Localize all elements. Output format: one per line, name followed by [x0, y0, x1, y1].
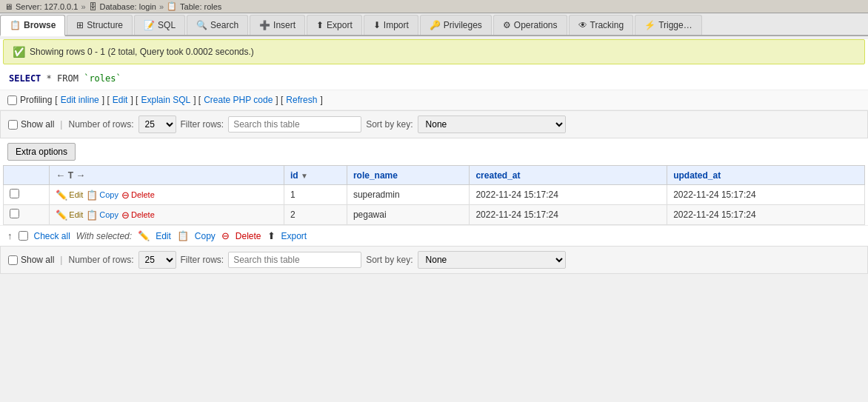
bottom-filter-label: Filter rows: — [181, 255, 224, 265]
success-icon: ✅ — [13, 46, 25, 58]
footer-copy-link[interactable]: Copy — [195, 231, 216, 241]
server-label: Server: 127.0.0.1 — [16, 2, 78, 11]
th-role-name[interactable]: role_name — [347, 166, 470, 185]
table-label: Table: roles — [180, 2, 221, 11]
row1-delete-link[interactable]: Delete — [131, 190, 155, 199]
search-input-top[interactable] — [228, 116, 361, 133]
row1-id: 1 — [284, 185, 347, 205]
tab-export[interactable]: ⬆ Export — [307, 15, 362, 35]
row2-checkbox[interactable] — [10, 209, 19, 218]
row2-id: 2 — [284, 205, 347, 225]
tracking-icon: 👁 — [578, 20, 587, 30]
triggers-icon: ⚡ — [644, 20, 655, 30]
check-all-link[interactable]: Check all — [34, 231, 70, 241]
footer-delete-link[interactable]: Delete — [236, 231, 261, 241]
bottom-show-all-checkbox[interactable] — [8, 255, 18, 265]
profiling-checkbox[interactable] — [7, 96, 17, 105]
sort-select-top[interactable]: None — [418, 115, 566, 133]
row2-edit-link[interactable]: Edit — [69, 210, 83, 219]
operations-icon: ⚙ — [503, 20, 511, 30]
search-input-bottom[interactable] — [228, 252, 361, 268]
row2-actions-cell: ✏️ Edit 📋 Copy ⊖ Delete — [50, 205, 284, 225]
up-arrow-icon: ↑ — [7, 230, 13, 241]
row2-delete-link[interactable]: Delete — [131, 210, 155, 219]
th-updated-at[interactable]: updated_at — [667, 166, 865, 185]
top-toolbar: Show all | Number of rows: 25 50 100 250… — [0, 110, 868, 138]
copy-icon-row1: 📋 — [86, 190, 98, 201]
footer-export-link[interactable]: Export — [281, 231, 307, 241]
t-icon: T — [68, 170, 73, 181]
copy-icon-row2: 📋 — [86, 210, 98, 221]
titlebar: 🖥 Server: 127.0.0.1 » 🗄 Database: login … — [0, 0, 868, 13]
show-all-checkbox[interactable] — [8, 120, 18, 130]
tab-operations[interactable]: ⚙ Operations — [493, 15, 567, 35]
arrow-right-icon[interactable]: → — [76, 170, 85, 181]
tab-sql[interactable]: 📝 SQL — [134, 15, 185, 35]
edit-icon-row2: ✏️ — [56, 210, 67, 221]
footer-row: ↑ Check all With selected: ✏️ Edit 📋 Cop… — [0, 225, 868, 246]
sql-icon: 📝 — [144, 20, 155, 30]
th-actions: ← T → — [50, 166, 284, 185]
sql-keyword: SELECT — [9, 73, 41, 84]
data-table-wrapper: ← T → id ▼ role_name created_at — [0, 165, 868, 225]
export-icon-footer: ⬆ — [267, 230, 276, 241]
filter-rows-label: Filter rows: — [181, 119, 224, 130]
tab-import[interactable]: ⬇ Import — [364, 15, 418, 35]
delete-icon-footer: ⊖ — [221, 230, 230, 241]
show-all-label[interactable]: Show all — [8, 119, 54, 130]
row2-role-name: pegawai — [347, 205, 470, 225]
tab-search[interactable]: 🔍 Search — [187, 15, 248, 35]
tabbar: 📋 Browse ⊞ Structure 📝 SQL 🔍 Search ➕ In… — [0, 13, 868, 36]
success-banner: ✅ Showing rows 0 - 1 (2 total, Query too… — [3, 39, 865, 64]
num-rows-select[interactable]: 25 50 100 250 500 — [138, 115, 176, 133]
edit-link[interactable]: Edit — [113, 95, 128, 105]
delete-icon-row1: ⊖ — [121, 190, 130, 201]
bottom-num-rows-label: Number of rows: — [68, 255, 133, 265]
structure-icon: ⊞ — [76, 20, 84, 30]
export-icon: ⬆ — [316, 20, 324, 30]
create-php-code-link[interactable]: Create PHP code — [204, 95, 273, 105]
tab-structure[interactable]: ⊞ Structure — [67, 15, 133, 35]
row2-updated-at: 2022-11-24 15:17:24 — [667, 205, 865, 225]
sql-rest: * FROM — [41, 73, 84, 84]
row1-created-at: 2022-11-24 15:17:24 — [470, 185, 667, 205]
db-icon: 🗄 — [89, 2, 97, 11]
sort-select-bottom[interactable]: None — [418, 251, 566, 269]
arrow-left-icon[interactable]: ← — [56, 170, 65, 181]
check-all-checkbox[interactable] — [19, 231, 28, 241]
table-icon: 📋 — [167, 1, 177, 11]
sort-icon-id: ▼ — [301, 172, 308, 180]
footer-actions: ✏️ Edit 📋 Copy ⊖ Delete ⬆ Export — [138, 230, 307, 241]
with-selected-label: With selected: — [76, 231, 132, 241]
bottom-show-all-label[interactable]: Show all — [8, 255, 54, 265]
footer-edit-link[interactable]: Edit — [156, 231, 171, 241]
explain-sql-link[interactable]: Explain SQL — [141, 95, 190, 105]
th-id[interactable]: id ▼ — [284, 166, 347, 185]
bottom-num-rows-select[interactable]: 25 50 100 250 500 — [138, 251, 176, 269]
table-row: ✏️ Edit 📋 Copy ⊖ Delete 1 superadmin 202… — [4, 185, 865, 205]
edit-icon-row1: ✏️ — [56, 190, 67, 201]
refresh-link[interactable]: Refresh — [286, 95, 317, 105]
sql-display: SELECT * FROM `roles` — [0, 67, 868, 90]
row1-actions-cell: ✏️ Edit 📋 Copy ⊖ Delete — [50, 185, 284, 205]
tab-tracking[interactable]: 👁 Tracking — [569, 15, 634, 35]
row1-copy-link[interactable]: Copy — [99, 190, 118, 199]
tab-triggers[interactable]: ⚡ Trigge… — [635, 15, 702, 35]
extra-options-button[interactable]: Extra options — [7, 143, 76, 161]
edit-inline-link[interactable]: Edit inline — [61, 95, 99, 105]
data-table: ← T → id ▼ role_name created_at — [3, 165, 865, 225]
num-rows-label: Number of rows: — [68, 119, 133, 130]
bottom-toolbar: Show all | Number of rows: 25 50 100 250… — [0, 246, 868, 274]
th-created-at[interactable]: created_at — [470, 166, 667, 185]
tab-insert[interactable]: ➕ Insert — [250, 15, 305, 35]
tab-browse[interactable]: 📋 Browse — [0, 15, 65, 36]
row1-edit-link[interactable]: Edit — [69, 190, 83, 199]
row1-updated-at: 2022-11-24 15:17:24 — [667, 185, 865, 205]
search-icon: 🔍 — [196, 20, 207, 30]
tab-privileges[interactable]: 🔑 Privileges — [420, 15, 492, 35]
sep1: » — [81, 2, 85, 11]
row2-copy-link[interactable]: Copy — [99, 210, 118, 219]
table-row: ✏️ Edit 📋 Copy ⊖ Delete 2 pegawai 2022-1… — [4, 205, 865, 225]
row1-checkbox[interactable] — [10, 189, 19, 198]
bottom-sort-label: Sort by key: — [366, 255, 413, 265]
